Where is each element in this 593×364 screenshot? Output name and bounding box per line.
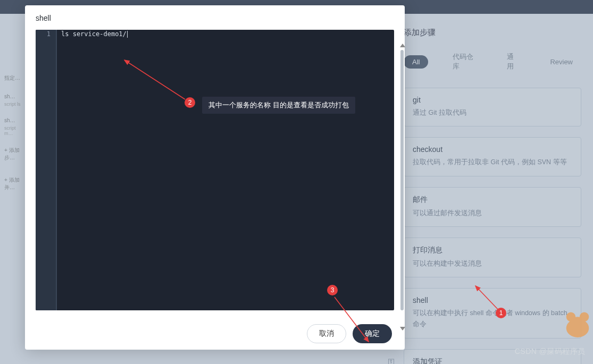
scroll-thumb[interactable]	[400, 50, 404, 310]
step-title: 添加凭证	[413, 357, 572, 365]
line-gutter: 1	[36, 30, 57, 310]
shell-modal: shell 1 ls service-demo1/ 取消 确定	[25, 5, 405, 350]
add-step-link[interactable]: + 添加步…	[4, 147, 26, 162]
step-desc: 通过 Git 拉取代码	[413, 107, 572, 118]
step-tabs: All 代码仓库 通用 Review	[404, 49, 581, 74]
left-item-sub: script ls	[4, 101, 26, 107]
annotation-badge-1: 1	[496, 308, 506, 318]
scroll-up-icon[interactable]	[400, 44, 405, 47]
step-desc: 可以在构建中发送消息	[413, 258, 572, 269]
left-item[interactable]: sh…	[4, 94, 26, 99]
step-card-shell[interactable]: ▤ shell 可以在构建中执行 shell 命令或者 windows 的 ba…	[404, 288, 581, 338]
code-line[interactable]: ls service-demo1/	[57, 30, 394, 310]
add-stage-link[interactable]: + 添加并…	[4, 176, 26, 191]
cancel-button[interactable]: 取消	[307, 324, 346, 343]
code-editor[interactable]: 1 ls service-demo1/	[36, 30, 394, 310]
mascot-icon	[562, 302, 593, 338]
step-desc: 可以通过邮件发送消息	[413, 208, 572, 219]
left-item[interactable]: sh…	[4, 117, 26, 123]
annotation-tip-2: 其中一个服务的名称 目的是查看是否成功打包	[202, 97, 355, 114]
step-card-checkout[interactable]: ⎙ checkout 拉取代码，常用于拉取非 Git 代码，例如 SVN 等等	[404, 137, 581, 176]
tab-repo[interactable]: 代码仓库	[444, 49, 482, 74]
step-title: checkout	[413, 145, 572, 154]
left-item[interactable]: 指定…	[4, 74, 26, 82]
panel-title: 添加步骤	[404, 28, 581, 38]
step-card-git[interactable]: ⎘ git 通过 Git 拉取代码	[404, 88, 581, 126]
step-title: 邮件	[413, 195, 572, 205]
watermark: CSDN @屎码程序员	[515, 347, 586, 357]
step-desc: 可以在构建中执行 shell 命令或者 windows 的 batch 命令	[413, 308, 572, 331]
scroll-down-icon[interactable]	[400, 327, 405, 331]
left-sidebar: 指定… sh… script ls sh… script m… + 添加步… +…	[4, 74, 26, 206]
add-step-panel: 添加步骤 All 代码仓库 通用 Review ⎘ git 通过 Git 拉取代…	[404, 28, 581, 364]
step-card-print[interactable]: 🖶 打印消息 可以在构建中发送消息	[404, 238, 581, 277]
ok-button[interactable]: 确定	[353, 324, 392, 343]
modal-title: shell	[25, 5, 405, 30]
step-title: git	[413, 96, 572, 104]
annotation-badge-3: 3	[327, 285, 338, 295]
key-icon: ⚿	[385, 356, 397, 365]
left-item-sub: script m…	[4, 125, 26, 136]
svg-point-6	[570, 317, 586, 331]
tab-all[interactable]: All	[404, 55, 428, 69]
step-title: shell	[413, 296, 572, 304]
annotation-badge-2: 2	[185, 97, 195, 108]
modal-scrollbar[interactable]	[399, 44, 404, 331]
tab-general[interactable]: 通用	[498, 49, 526, 74]
tab-review[interactable]: Review	[541, 55, 581, 69]
step-desc: 拉取代码，常用于拉取非 Git 代码，例如 SVN 等等	[413, 157, 572, 168]
step-title: 打印消息	[413, 246, 572, 255]
step-card-mail[interactable]: ✉ 邮件 可以通过邮件发送消息	[404, 187, 581, 227]
